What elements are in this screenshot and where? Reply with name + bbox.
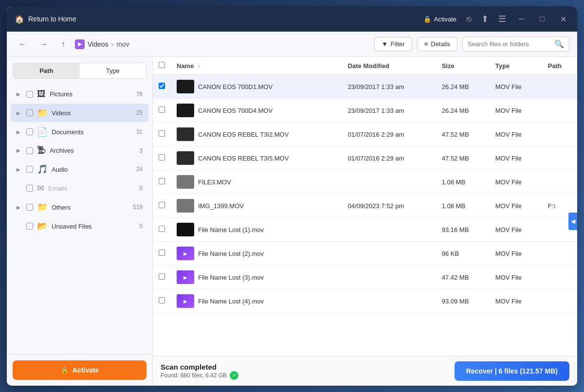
table-row[interactable]: CANON EOS REBEL T3I2.MOV 01/07/2016 2:29… (153, 123, 577, 146)
activate-title-button[interactable]: 🔒 Activate (423, 16, 456, 23)
row-size-cell: 93.16 MB (436, 218, 490, 242)
scroll-indicator[interactable]: ◀ (568, 213, 577, 230)
file-area: Name ↑ Date Modified Size Type (153, 57, 577, 386)
sidebar-item-videos[interactable]: ▶ 📁 Videos 25 (11, 104, 148, 122)
menu-icon[interactable]: ☰ (498, 14, 506, 24)
row-checkbox-cell[interactable] (153, 289, 171, 313)
row-checkbox-cell[interactable] (153, 266, 171, 289)
pictures-checkbox[interactable] (26, 91, 33, 98)
documents-icon: 📄 (37, 126, 48, 137)
row-checkbox-cell[interactable] (153, 218, 171, 242)
audio-checkbox[interactable] (26, 166, 33, 173)
row-type-cell: MOV File (490, 170, 542, 194)
row-checkbox[interactable] (159, 178, 165, 184)
row-checkbox-cell[interactable] (153, 194, 171, 218)
toolbar-right: ▼ Filter ≡ Details 🔍 (374, 36, 569, 52)
pictures-count: 78 (136, 91, 143, 98)
breadcrumb-folder[interactable]: Videos (88, 40, 109, 48)
sidebar-item-documents[interactable]: ▶ 📄 Documents 31 (11, 123, 148, 141)
name-cell: ▶ File Name Lost (2).mov (177, 247, 336, 260)
table-row[interactable]: ▶ File Name Lost (4).mov 93.09 MB MOV Fi… (153, 289, 577, 313)
row-checkbox[interactable] (159, 130, 165, 137)
table-row[interactable]: CANON EOS REBEL T3I5.MOV 01/07/2016 2:29… (153, 146, 577, 170)
sidebar-item-unsaved[interactable]: 📂 Unsaved Files 0 (11, 217, 148, 235)
table-row[interactable]: File Name Lost (1).mov 93.16 MB MOV File (153, 218, 577, 242)
row-type-cell: MOV File (490, 289, 542, 313)
row-path-cell (542, 289, 577, 313)
file-type: MOV File (495, 226, 522, 233)
home-icon: 🏠 (15, 15, 24, 24)
row-date-cell (342, 170, 436, 194)
select-all-header[interactable] (153, 57, 171, 75)
recover-button[interactable]: Recover | 6 files (121.57 MB) (455, 361, 569, 381)
activate-bottom-button[interactable]: 🔒 Activate (13, 360, 146, 380)
row-checkbox[interactable] (159, 202, 165, 208)
videos-checkbox[interactable] (26, 109, 33, 116)
row-type-cell: MOV File (490, 218, 542, 242)
row-type-cell: MOV File (490, 75, 542, 99)
expand-icon-audio: ▶ (17, 167, 22, 172)
others-checkbox[interactable] (26, 204, 33, 211)
share-icon[interactable]: ⎋ (466, 14, 472, 24)
upload-icon[interactable]: ⬆ (481, 14, 489, 24)
minimize-button[interactable]: ─ (516, 13, 527, 25)
row-checkbox[interactable] (159, 273, 165, 280)
documents-count: 31 (136, 128, 143, 135)
row-checkbox-cell[interactable] (153, 170, 171, 194)
emails-checkbox[interactable] (26, 185, 33, 192)
up-button[interactable]: ↑ (57, 38, 69, 51)
file-date: 23/09/2017 1:33 am (348, 83, 404, 90)
row-size-cell: 47.52 MB (436, 123, 490, 146)
file-type: MOV File (495, 274, 522, 281)
tab-path[interactable]: Path (13, 63, 80, 78)
unsaved-checkbox[interactable] (26, 223, 33, 230)
row-checkbox[interactable] (159, 249, 165, 256)
close-button[interactable]: ✕ (557, 13, 569, 26)
file-size: 93.09 MB (442, 298, 469, 305)
filter-button[interactable]: ▼ Filter (374, 37, 412, 51)
sidebar-item-others[interactable]: ▶ 📁 Others 519 (11, 198, 148, 216)
table-row[interactable]: FILE3.MOV 1.08 MB MOV File (153, 170, 577, 194)
details-button[interactable]: ≡ Details (417, 37, 457, 51)
row-checkbox[interactable] (159, 107, 165, 113)
row-checkbox-cell[interactable] (153, 242, 171, 266)
select-all-checkbox[interactable] (159, 62, 165, 68)
row-checkbox-cell[interactable] (153, 75, 171, 99)
row-checkbox-cell[interactable] (153, 146, 171, 170)
archives-checkbox[interactable] (26, 147, 33, 154)
row-date-cell (342, 289, 436, 313)
table-row[interactable]: IMG_1399.MOV 04/09/2023 7:52 pm 1.08 MB … (153, 194, 577, 218)
table-row[interactable]: CANON EOS 700D4.MOV 23/09/2017 1:33 am 2… (153, 99, 577, 123)
table-row[interactable]: CANON EOS 700D1.MOV 23/09/2017 1:33 am 2… (153, 75, 577, 99)
row-checkbox[interactable] (159, 226, 165, 232)
name-column-header[interactable]: Name ↑ (171, 57, 342, 75)
row-checkbox-cell[interactable] (153, 123, 171, 146)
file-name: File Name Lost (4).mov (198, 298, 264, 305)
table-row[interactable]: ▶ File Name Lost (2).mov 96 KB MOV File (153, 242, 577, 266)
row-type-cell: MOV File (490, 194, 542, 218)
audio-count: 24 (136, 166, 143, 173)
search-input[interactable] (468, 40, 554, 48)
row-checkbox-cell[interactable] (153, 99, 171, 123)
table-row[interactable]: ▶ File Name Lost (3).mov 47.42 MB MOV Fi… (153, 266, 577, 289)
sidebar-item-emails[interactable]: ✉ Emails 0 (11, 179, 148, 197)
back-button[interactable]: ← (15, 38, 30, 51)
file-thumbnail (177, 80, 194, 93)
row-checkbox[interactable] (159, 83, 165, 89)
unsaved-icon: 📂 (37, 221, 48, 232)
search-box[interactable]: 🔍 (462, 36, 569, 52)
emails-icon: ✉ (37, 183, 44, 194)
sidebar-item-archives[interactable]: ▶ 🗜 Archives 3 (11, 142, 148, 160)
forward-button[interactable]: → (36, 38, 52, 51)
sidebar-item-pictures[interactable]: ▶ 🖼 Pictures 78 (11, 85, 148, 103)
documents-checkbox[interactable] (26, 128, 33, 135)
row-checkbox[interactable] (159, 297, 165, 303)
maximize-button[interactable]: □ (537, 13, 548, 25)
sidebar-item-audio[interactable]: ▶ 🎵 Audio 24 (11, 160, 148, 178)
name-cell: IMG_1399.MOV (177, 199, 336, 213)
row-checkbox[interactable] (159, 154, 165, 160)
sidebar-bottom: 🔒 Activate (7, 354, 152, 386)
tab-type[interactable]: Type (80, 63, 146, 78)
file-size: 47.52 MB (442, 155, 469, 162)
row-name-cell: ▶ File Name Lost (4).mov (171, 289, 342, 313)
